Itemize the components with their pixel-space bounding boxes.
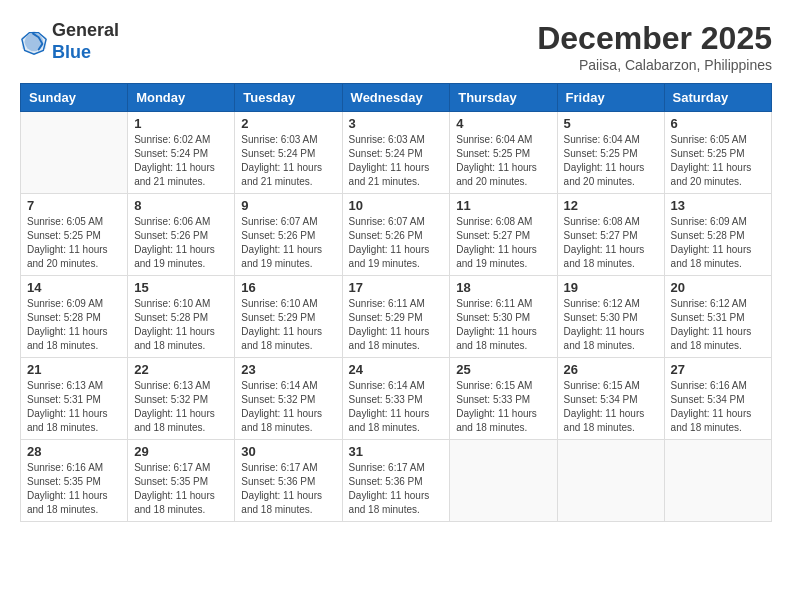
day-info: Sunrise: 6:15 AMSunset: 5:33 PMDaylight:… <box>456 379 550 435</box>
day-number: 28 <box>27 444 121 459</box>
weekday-header-monday: Monday <box>128 84 235 112</box>
weekday-header-friday: Friday <box>557 84 664 112</box>
day-number: 25 <box>456 362 550 377</box>
logo-general: General <box>52 20 119 42</box>
day-info: Sunrise: 6:10 AMSunset: 5:29 PMDaylight:… <box>241 297 335 353</box>
calendar-cell <box>450 440 557 522</box>
calendar-cell: 11Sunrise: 6:08 AMSunset: 5:27 PMDayligh… <box>450 194 557 276</box>
day-number: 31 <box>349 444 444 459</box>
day-info: Sunrise: 6:13 AMSunset: 5:32 PMDaylight:… <box>134 379 228 435</box>
calendar-cell: 4Sunrise: 6:04 AMSunset: 5:25 PMDaylight… <box>450 112 557 194</box>
calendar-cell: 23Sunrise: 6:14 AMSunset: 5:32 PMDayligh… <box>235 358 342 440</box>
calendar-cell: 20Sunrise: 6:12 AMSunset: 5:31 PMDayligh… <box>664 276 771 358</box>
calendar-cell: 22Sunrise: 6:13 AMSunset: 5:32 PMDayligh… <box>128 358 235 440</box>
day-number: 29 <box>134 444 228 459</box>
weekday-header-thursday: Thursday <box>450 84 557 112</box>
calendar-cell: 27Sunrise: 6:16 AMSunset: 5:34 PMDayligh… <box>664 358 771 440</box>
day-number: 30 <box>241 444 335 459</box>
day-info: Sunrise: 6:14 AMSunset: 5:32 PMDaylight:… <box>241 379 335 435</box>
day-info: Sunrise: 6:08 AMSunset: 5:27 PMDaylight:… <box>564 215 658 271</box>
calendar-cell: 6Sunrise: 6:05 AMSunset: 5:25 PMDaylight… <box>664 112 771 194</box>
location: Paiisa, Calabarzon, Philippines <box>537 57 772 73</box>
day-info: Sunrise: 6:16 AMSunset: 5:34 PMDaylight:… <box>671 379 765 435</box>
day-number: 20 <box>671 280 765 295</box>
calendar-week-2: 7Sunrise: 6:05 AMSunset: 5:25 PMDaylight… <box>21 194 772 276</box>
day-number: 10 <box>349 198 444 213</box>
calendar-cell: 8Sunrise: 6:06 AMSunset: 5:26 PMDaylight… <box>128 194 235 276</box>
day-number: 17 <box>349 280 444 295</box>
calendar-cell: 31Sunrise: 6:17 AMSunset: 5:36 PMDayligh… <box>342 440 450 522</box>
day-info: Sunrise: 6:17 AMSunset: 5:36 PMDaylight:… <box>241 461 335 517</box>
day-info: Sunrise: 6:05 AMSunset: 5:25 PMDaylight:… <box>671 133 765 189</box>
day-info: Sunrise: 6:04 AMSunset: 5:25 PMDaylight:… <box>456 133 550 189</box>
calendar-cell: 19Sunrise: 6:12 AMSunset: 5:30 PMDayligh… <box>557 276 664 358</box>
calendar-week-4: 21Sunrise: 6:13 AMSunset: 5:31 PMDayligh… <box>21 358 772 440</box>
day-info: Sunrise: 6:12 AMSunset: 5:31 PMDaylight:… <box>671 297 765 353</box>
calendar-cell: 26Sunrise: 6:15 AMSunset: 5:34 PMDayligh… <box>557 358 664 440</box>
day-number: 26 <box>564 362 658 377</box>
day-number: 21 <box>27 362 121 377</box>
calendar-cell: 12Sunrise: 6:08 AMSunset: 5:27 PMDayligh… <box>557 194 664 276</box>
weekday-header-wednesday: Wednesday <box>342 84 450 112</box>
day-info: Sunrise: 6:14 AMSunset: 5:33 PMDaylight:… <box>349 379 444 435</box>
day-info: Sunrise: 6:02 AMSunset: 5:24 PMDaylight:… <box>134 133 228 189</box>
calendar-table: SundayMondayTuesdayWednesdayThursdayFrid… <box>20 83 772 522</box>
day-info: Sunrise: 6:05 AMSunset: 5:25 PMDaylight:… <box>27 215 121 271</box>
day-number: 12 <box>564 198 658 213</box>
calendar-cell: 3Sunrise: 6:03 AMSunset: 5:24 PMDaylight… <box>342 112 450 194</box>
day-number: 18 <box>456 280 550 295</box>
weekday-header-sunday: Sunday <box>21 84 128 112</box>
calendar-cell <box>664 440 771 522</box>
day-info: Sunrise: 6:03 AMSunset: 5:24 PMDaylight:… <box>349 133 444 189</box>
day-info: Sunrise: 6:03 AMSunset: 5:24 PMDaylight:… <box>241 133 335 189</box>
calendar-cell: 14Sunrise: 6:09 AMSunset: 5:28 PMDayligh… <box>21 276 128 358</box>
calendar-cell: 16Sunrise: 6:10 AMSunset: 5:29 PMDayligh… <box>235 276 342 358</box>
day-number: 19 <box>564 280 658 295</box>
day-number: 6 <box>671 116 765 131</box>
logo-text: General Blue <box>52 20 119 63</box>
day-info: Sunrise: 6:04 AMSunset: 5:25 PMDaylight:… <box>564 133 658 189</box>
day-number: 13 <box>671 198 765 213</box>
day-number: 9 <box>241 198 335 213</box>
logo: General Blue <box>20 20 119 63</box>
calendar-cell <box>557 440 664 522</box>
calendar-cell: 9Sunrise: 6:07 AMSunset: 5:26 PMDaylight… <box>235 194 342 276</box>
day-number: 24 <box>349 362 444 377</box>
day-info: Sunrise: 6:10 AMSunset: 5:28 PMDaylight:… <box>134 297 228 353</box>
day-info: Sunrise: 6:08 AMSunset: 5:27 PMDaylight:… <box>456 215 550 271</box>
day-number: 16 <box>241 280 335 295</box>
day-number: 3 <box>349 116 444 131</box>
calendar-cell: 7Sunrise: 6:05 AMSunset: 5:25 PMDaylight… <box>21 194 128 276</box>
calendar-cell: 10Sunrise: 6:07 AMSunset: 5:26 PMDayligh… <box>342 194 450 276</box>
calendar-cell: 29Sunrise: 6:17 AMSunset: 5:35 PMDayligh… <box>128 440 235 522</box>
calendar-cell: 28Sunrise: 6:16 AMSunset: 5:35 PMDayligh… <box>21 440 128 522</box>
calendar-cell <box>21 112 128 194</box>
month-year: December 2025 <box>537 20 772 57</box>
day-number: 8 <box>134 198 228 213</box>
calendar-cell: 21Sunrise: 6:13 AMSunset: 5:31 PMDayligh… <box>21 358 128 440</box>
day-info: Sunrise: 6:11 AMSunset: 5:30 PMDaylight:… <box>456 297 550 353</box>
day-info: Sunrise: 6:07 AMSunset: 5:26 PMDaylight:… <box>349 215 444 271</box>
calendar-cell: 25Sunrise: 6:15 AMSunset: 5:33 PMDayligh… <box>450 358 557 440</box>
calendar-week-5: 28Sunrise: 6:16 AMSunset: 5:35 PMDayligh… <box>21 440 772 522</box>
day-number: 15 <box>134 280 228 295</box>
title-block: December 2025 Paiisa, Calabarzon, Philip… <box>537 20 772 73</box>
calendar-cell: 5Sunrise: 6:04 AMSunset: 5:25 PMDaylight… <box>557 112 664 194</box>
calendar-cell: 24Sunrise: 6:14 AMSunset: 5:33 PMDayligh… <box>342 358 450 440</box>
day-number: 5 <box>564 116 658 131</box>
day-number: 2 <box>241 116 335 131</box>
day-info: Sunrise: 6:13 AMSunset: 5:31 PMDaylight:… <box>27 379 121 435</box>
day-info: Sunrise: 6:12 AMSunset: 5:30 PMDaylight:… <box>564 297 658 353</box>
day-number: 22 <box>134 362 228 377</box>
day-number: 11 <box>456 198 550 213</box>
weekday-header-saturday: Saturday <box>664 84 771 112</box>
day-number: 7 <box>27 198 121 213</box>
calendar-cell: 13Sunrise: 6:09 AMSunset: 5:28 PMDayligh… <box>664 194 771 276</box>
calendar-cell: 17Sunrise: 6:11 AMSunset: 5:29 PMDayligh… <box>342 276 450 358</box>
calendar-cell: 15Sunrise: 6:10 AMSunset: 5:28 PMDayligh… <box>128 276 235 358</box>
day-info: Sunrise: 6:16 AMSunset: 5:35 PMDaylight:… <box>27 461 121 517</box>
calendar-cell: 18Sunrise: 6:11 AMSunset: 5:30 PMDayligh… <box>450 276 557 358</box>
page-header: General Blue December 2025 Paiisa, Calab… <box>20 20 772 73</box>
day-info: Sunrise: 6:07 AMSunset: 5:26 PMDaylight:… <box>241 215 335 271</box>
day-number: 23 <box>241 362 335 377</box>
